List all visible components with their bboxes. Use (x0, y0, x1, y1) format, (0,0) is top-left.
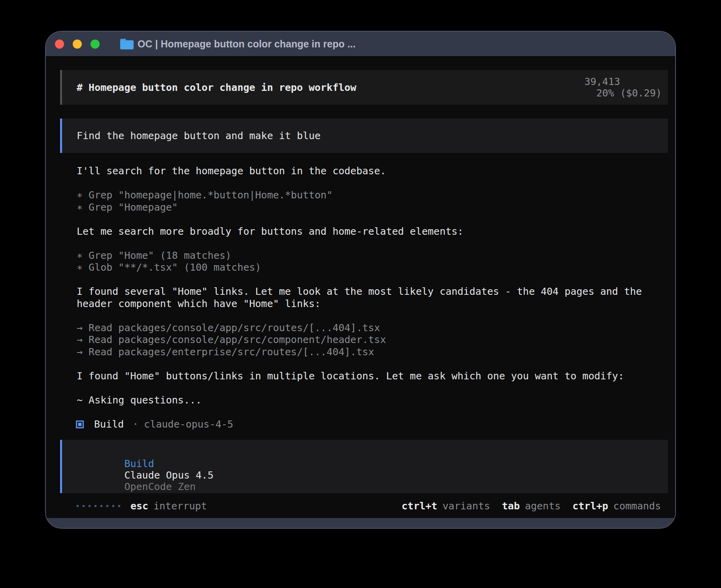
spinner-dot (118, 505, 120, 507)
spinner-dot (100, 505, 102, 507)
assistant-paragraph: I'll search for the homepage button in t… (77, 165, 642, 177)
spinner-dot (77, 505, 79, 507)
window-bottom-strip (46, 518, 675, 528)
assistant-conversation: I'll search for the homepage button in t… (77, 165, 642, 430)
tool-call-glob: ∗ Glob "**/*.tsx" (100 matches) (77, 262, 642, 274)
shortcut-key-ctrl-t: ctrl+t (402, 500, 437, 512)
agent-model: claude-opus-4-5 (144, 418, 233, 431)
shortcut-key-esc: esc (130, 500, 148, 512)
shortcut-label-variants: variants (442, 500, 490, 512)
terminal-content: # Homepage button color change in repo w… (46, 56, 675, 518)
spinner-dot (106, 505, 108, 507)
assistant-paragraph: I found "Home" buttons/links in multiple… (77, 370, 642, 383)
window-titlebar[interactable]: OC | Homepage button color change in rep… (46, 32, 675, 56)
folder-icon (120, 39, 134, 49)
assistant-paragraph: I found several "Home" links. Let me loo… (77, 286, 642, 298)
token-count: 39,413 (584, 76, 620, 87)
terminal-window: OC | Homepage button color change in rep… (45, 31, 676, 529)
shortcut-variants: ctrl+t variants (402, 500, 490, 512)
mode-label[interactable]: Build (124, 458, 154, 469)
shortcut-key-tab: tab (502, 500, 520, 512)
user-message-text: Find the homepage button and make it blu… (77, 130, 321, 141)
spinner-dot (89, 505, 91, 507)
agent-name: Build (94, 418, 124, 431)
user-message: Find the homepage button and make it blu… (60, 119, 668, 153)
spinner-icon (77, 505, 124, 507)
session-header: # Homepage button color change in repo w… (60, 70, 668, 105)
context-cost: 20% ($0.29) (596, 87, 662, 99)
window-title: OC | Homepage button color change in rep… (138, 38, 355, 50)
shortcut-group: ctrl+t variants tab agents ctrl+p comman… (402, 500, 661, 512)
zoom-button[interactable] (91, 40, 100, 49)
shortcut-commands: ctrl+p commands (572, 500, 661, 512)
assistant-paragraph: header component which have "Home" links… (77, 298, 642, 310)
tool-call-grep: ∗ Grep "Home" (18 matches) (77, 250, 642, 262)
tool-call-grep: ∗ Grep "homepage|home.*button|Home.*butt… (77, 189, 642, 202)
tool-call-read: → Read packages/console/app/src/componen… (77, 334, 642, 346)
provider-label: OpenCode Zen (124, 481, 196, 492)
shortcut-label-interrupt: interrupt (153, 500, 207, 512)
shortcut-label-commands: commands (613, 500, 661, 512)
spinner-dot (83, 505, 85, 507)
session-title: # Homepage button color change in repo w… (77, 82, 537, 93)
agent-separator: · (132, 418, 138, 431)
agent-attribution: Build · claude-opus-4-5 (77, 418, 642, 431)
spinner-dot (112, 505, 114, 507)
minimize-button[interactable] (73, 40, 82, 49)
status-bar: esc interrupt ctrl+t variants tab agents… (46, 500, 675, 512)
shortcut-key-ctrl-p: ctrl+p (572, 500, 608, 512)
model-label[interactable]: Claude Opus 4.5 (124, 469, 213, 481)
close-button[interactable] (55, 40, 64, 49)
prompt-input[interactable]: Build Claude Opus 4.5 OpenCode Zen (60, 440, 668, 493)
agent-build-icon (76, 420, 84, 428)
assistant-status: ~ Asking questions... (77, 394, 642, 407)
spinner-dot (94, 505, 96, 507)
input-status-line: Build Claude Opus 4.5 OpenCode Zen (77, 447, 662, 504)
assistant-paragraph: Let me search more broadly for buttons a… (77, 226, 642, 238)
tool-call-read: → Read packages/console/app/src/routes/[… (77, 322, 642, 334)
shortcut-interrupt: esc interrupt (130, 500, 207, 512)
tool-call-grep: ∗ Grep "Homepage" (77, 202, 642, 214)
tool-call-read: → Read packages/enterprise/src/routes/[.… (77, 346, 642, 358)
shortcut-label-agents: agents (525, 500, 561, 512)
shortcut-agents: tab agents (502, 500, 561, 512)
session-stats: 39,413 20% ($0.29) (537, 64, 662, 110)
